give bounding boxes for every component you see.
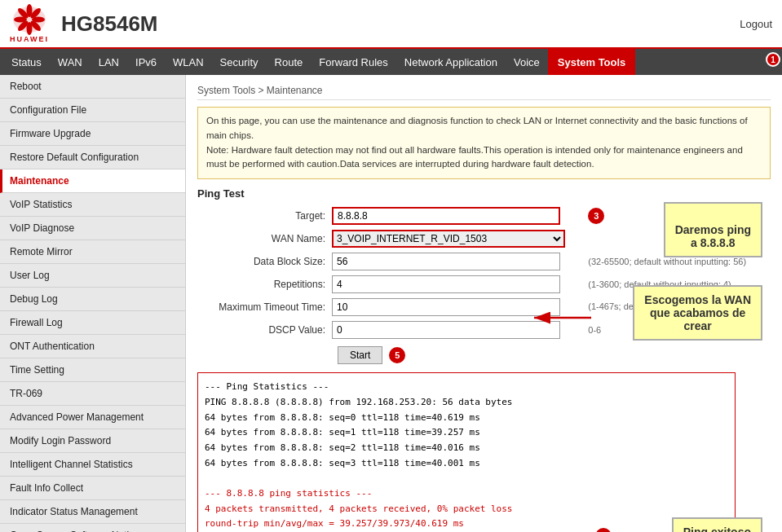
target-label: Target: bbox=[197, 204, 332, 227]
dscp-input[interactable] bbox=[332, 321, 560, 339]
nav-item-network-app[interactable]: Network Application bbox=[396, 49, 506, 75]
nav-item-wlan[interactable]: WLAN bbox=[165, 49, 212, 75]
dscp-label: DSCP Value: bbox=[197, 319, 332, 341]
nav-item-status[interactable]: Status bbox=[3, 49, 50, 75]
sidebar-item-firewall-log[interactable]: Firewall Log bbox=[0, 311, 185, 335]
ping-output-line6: 64 bytes from 8.8.8.8: seq=3 ttl=118 tim… bbox=[205, 456, 728, 472]
breadcrumb: System Tools > Maintenance bbox=[197, 81, 771, 100]
repetitions-label: Repetitions: bbox=[197, 273, 332, 296]
logo-text: HUAWEI bbox=[10, 35, 49, 43]
sidebar-item-restore[interactable]: Restore Default Configuration bbox=[0, 146, 185, 169]
nav-item-system-tools[interactable]: System Tools bbox=[548, 49, 636, 75]
callout-ping: Daremos pinga 8.8.8.8 bbox=[664, 202, 762, 257]
device-name: HG8546M bbox=[61, 11, 740, 37]
wan-name-select[interactable]: 3_VOIP_INTERNET_R_VID_1503 bbox=[332, 230, 565, 248]
nav-item-route[interactable]: Route bbox=[267, 49, 311, 75]
sidebar-item-ont-auth[interactable]: ONT Authentication bbox=[0, 335, 185, 358]
repetitions-input[interactable] bbox=[332, 275, 560, 293]
sidebar-item-config-file[interactable]: Configuration File bbox=[0, 99, 185, 122]
sidebar-item-maintenance[interactable]: Maintenance bbox=[0, 169, 185, 193]
nav-item-security[interactable]: Security bbox=[212, 49, 267, 75]
nav-badge-1: 1 bbox=[766, 52, 780, 67]
notice-line1: On this page, you can use the maintenanc… bbox=[206, 116, 748, 140]
ping-output-line4: 64 bytes from 8.8.8.8: seq=1 ttl=118 tim… bbox=[205, 425, 728, 441]
ping-output-line9: 4 packets transmitted, 4 packets receive… bbox=[205, 502, 728, 517]
nav-item-forward-rules[interactable]: Forward Rules bbox=[311, 49, 396, 75]
nav-bar: Status WAN LAN IPv6 WLAN Security Route … bbox=[0, 49, 782, 75]
ping-output-box: --- Ping Statistics --- PING 8.8.8.8 (8.… bbox=[197, 372, 736, 532]
sidebar-item-indicator-status[interactable]: Indicator Status Management bbox=[0, 500, 185, 524]
ping-test-section: Ping Test Target: 3 WAN Name: bbox=[197, 187, 771, 532]
badge-3: 3 bbox=[588, 208, 604, 224]
content-area: System Tools > Maintenance On this page,… bbox=[186, 75, 782, 532]
max-timeout-label: Maximum Timeout Time: bbox=[197, 296, 332, 319]
notice-line2: Note: Hardware fault detection may not f… bbox=[206, 145, 743, 169]
callout-wan: Escogemos la WANque acabamos decrear bbox=[633, 285, 762, 341]
sidebar-item-user-log[interactable]: User Log bbox=[0, 264, 185, 288]
sidebar-item-power-mgmt[interactable]: Advanced Power Management bbox=[0, 406, 185, 429]
badge-5: 5 bbox=[389, 347, 405, 363]
nav-item-ipv6[interactable]: IPv6 bbox=[127, 49, 165, 75]
ping-output-line1: --- Ping Statistics --- bbox=[205, 380, 728, 395]
sidebar: Reboot Configuration File Firmware Upgra… bbox=[0, 75, 186, 532]
huawei-logo-icon bbox=[10, 4, 49, 35]
start-button[interactable]: Start bbox=[338, 346, 382, 364]
ping-output-line8: --- 8.8.8.8 ping statistics --- bbox=[205, 486, 728, 502]
sidebar-item-debug-log[interactable]: Debug Log bbox=[0, 288, 185, 311]
notice-box: On this page, you can use the maintenanc… bbox=[197, 107, 771, 179]
max-timeout-input[interactable] bbox=[332, 298, 560, 316]
sidebar-item-voip-diagnose[interactable]: VoIP Diagnose bbox=[0, 217, 185, 240]
data-block-label: Data Block Size: bbox=[197, 250, 332, 273]
wan-name-label: WAN Name: bbox=[197, 227, 332, 250]
logo-area: HUAWEI bbox=[10, 4, 49, 43]
nav-item-wan[interactable]: WAN bbox=[50, 49, 91, 75]
nav-item-lan[interactable]: LAN bbox=[91, 49, 127, 75]
sidebar-item-open-source[interactable]: Open Source Software Notice bbox=[0, 524, 185, 532]
sidebar-item-channel-stats[interactable]: Intelligent Channel Statistics bbox=[0, 453, 185, 477]
ping-output-line3: 64 bytes from 8.8.8.8: seq=0 ttl=118 tim… bbox=[205, 411, 728, 426]
sidebar-item-fault-info[interactable]: Fault Info Collect bbox=[0, 477, 185, 500]
callout-ping-ok: Ping exitoso bbox=[672, 517, 762, 532]
sidebar-item-remote-mirror[interactable]: Remote Mirror bbox=[0, 240, 185, 264]
data-block-input[interactable] bbox=[332, 253, 560, 270]
logout-button[interactable]: Logout bbox=[740, 18, 772, 30]
ping-output-line2: PING 8.8.8.8 (8.8.8.8) from 192.168.253.… bbox=[205, 395, 728, 411]
nav-item-voice[interactable]: Voice bbox=[506, 49, 548, 75]
sidebar-item-reboot[interactable]: Reboot bbox=[0, 75, 185, 99]
sidebar-item-time-setting[interactable]: Time Setting bbox=[0, 358, 185, 382]
sidebar-item-firmware[interactable]: Firmware Upgrade bbox=[0, 122, 185, 146]
arrow-wan-icon bbox=[530, 306, 595, 330]
sidebar-item-tr069[interactable]: TR-069 bbox=[0, 382, 185, 406]
ping-output-line10: round-trip min/avg/max = 39.257/39.973/4… bbox=[205, 517, 728, 532]
ping-test-title: Ping Test bbox=[197, 187, 771, 200]
sidebar-item-login-password[interactable]: Modify Login Password bbox=[0, 429, 185, 453]
ping-output-line5: 64 bytes from 8.8.8.8: seq=2 ttl=118 tim… bbox=[205, 441, 728, 456]
target-input[interactable] bbox=[332, 207, 560, 225]
sidebar-item-voip-stats[interactable]: VoIP Statistics bbox=[0, 193, 185, 217]
